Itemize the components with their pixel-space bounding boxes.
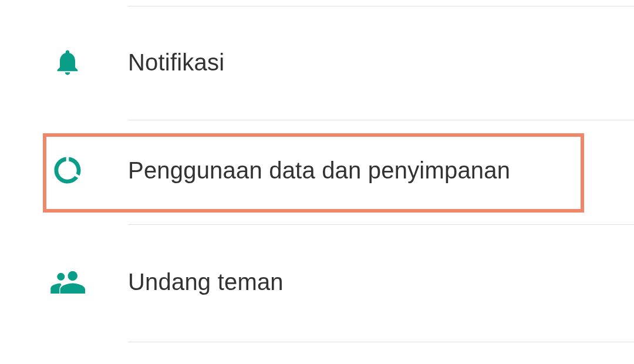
- divider: [128, 342, 634, 342]
- menu-item-data-usage[interactable]: Penggunaan data dan penyimpanan: [0, 120, 634, 220]
- svg-point-0: [68, 271, 78, 281]
- menu-label-data-usage: Penggunaan data dan penyimpanan: [128, 157, 510, 184]
- data-usage-icon: [47, 154, 88, 186]
- bell-icon: [47, 45, 88, 79]
- menu-item-notifications[interactable]: Notifikasi: [0, 9, 634, 115]
- menu-label-notifications: Notifikasi: [128, 49, 224, 76]
- divider: [128, 6, 634, 6]
- menu-label-invite: Undang teman: [128, 269, 284, 295]
- people-icon: [47, 268, 88, 295]
- svg-point-1: [57, 273, 65, 281]
- menu-item-invite[interactable]: Undang teman: [0, 229, 634, 335]
- divider: [128, 224, 634, 225]
